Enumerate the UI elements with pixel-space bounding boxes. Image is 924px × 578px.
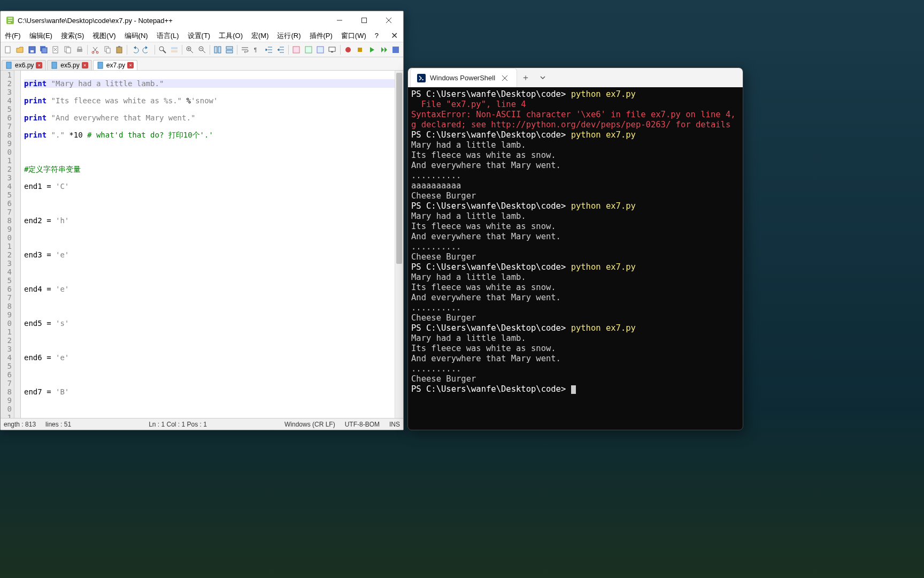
status-lines: lines : 51 [45, 421, 71, 428]
svg-rect-26 [171, 50, 178, 52]
menu-run[interactable]: 运行(R) [273, 30, 305, 42]
menu-macro[interactable]: 宏(M) [247, 30, 273, 42]
status-encoding: UTF-8-BOM [345, 421, 380, 428]
menu-language[interactable]: 语言(L) [152, 30, 183, 42]
svg-line-24 [163, 50, 166, 53]
svg-rect-36 [226, 47, 233, 49]
menu-encoding[interactable]: 编码(N) [120, 30, 152, 42]
maximize-button[interactable] [352, 12, 376, 29]
toolbar-paste-icon[interactable] [114, 44, 125, 56]
svg-rect-49 [98, 62, 103, 69]
toolbar-savesess-icon[interactable] [390, 44, 401, 56]
toolbar-monitor-icon[interactable] [327, 44, 337, 56]
status-pos: Ln : 1 Col : 1 Pos : 1 [149, 421, 207, 428]
status-eol: Windows (CR LF) [284, 421, 335, 428]
toolbar-redo-icon[interactable] [141, 44, 152, 56]
menu-file[interactable]: 件(F) [1, 30, 25, 42]
tab-label: ex5.py [60, 62, 79, 69]
notepadpp-icon [6, 16, 14, 25]
menu-settings[interactable]: 设置(T) [183, 30, 215, 42]
toolbar-play-icon[interactable] [366, 44, 377, 56]
svg-rect-5 [5, 47, 10, 53]
svg-rect-21 [117, 47, 122, 53]
npp-menubar: 件(F) 编辑(E) 搜索(S) 视图(V) 编码(N) 语言(L) 设置(T)… [1, 29, 403, 42]
svg-rect-2 [362, 18, 367, 23]
npp-editor[interactable]: 1234567890123456789012345678901234567890… [1, 70, 403, 418]
toolbar-closeall-icon[interactable] [63, 44, 73, 56]
tab-close-icon[interactable]: × [36, 62, 42, 69]
svg-line-33 [203, 50, 205, 53]
toolbar-allchars-icon[interactable]: ¶ [251, 44, 262, 56]
toolbar-folder-icon[interactable] [315, 44, 326, 56]
powershell-icon [417, 74, 426, 82]
minimize-button[interactable] [327, 12, 352, 29]
tab-close-icon[interactable]: × [82, 62, 88, 69]
toolbar-copy-icon[interactable] [102, 44, 112, 56]
svg-rect-37 [226, 50, 233, 53]
toolbar-print-icon[interactable] [74, 44, 85, 56]
ps-titlebar[interactable]: Windows PowerShell ＋ [408, 68, 743, 87]
tab-ex7[interactable]: ex7.py × [93, 60, 137, 70]
close-button[interactable] [376, 12, 401, 29]
menu-help[interactable]: ? [371, 31, 383, 41]
svg-rect-39 [293, 47, 299, 53]
toolbar-find-icon[interactable] [157, 44, 168, 56]
svg-rect-25 [171, 47, 178, 49]
terminal-cursor [571, 385, 576, 394]
toolbar-cut-icon[interactable] [90, 44, 101, 56]
fold-column[interactable] [14, 71, 21, 418]
menu-plugins[interactable]: 插件(P) [305, 30, 337, 42]
scrollbar-thumb[interactable] [396, 73, 402, 264]
menu-edit[interactable]: 编辑(E) [25, 30, 57, 42]
npp-titlebar[interactable]: C:\Users\wanfe\Desktop\code\ex7.py - Not… [1, 11, 403, 29]
toolbar-closefile-icon[interactable] [50, 44, 61, 56]
file-icon [97, 62, 104, 69]
toolbar-funclist-icon[interactable] [291, 44, 302, 56]
toolbar-stop-icon[interactable] [355, 44, 365, 56]
npp-toolbar: ¶ [1, 42, 403, 57]
tab-close-icon[interactable]: × [127, 62, 134, 69]
toolbar-zoomout-icon[interactable] [196, 44, 207, 56]
toolbar-replace-icon[interactable] [169, 44, 180, 56]
toolbar-outdent-icon[interactable] [275, 44, 286, 56]
toolbar-docmap-icon[interactable] [303, 44, 314, 56]
svg-rect-46 [392, 47, 399, 53]
toolbar-sync-v-icon[interactable] [212, 44, 223, 56]
toolbar-save-icon[interactable] [27, 44, 37, 56]
svg-rect-47 [6, 62, 11, 69]
svg-rect-9 [42, 48, 47, 53]
svg-rect-34 [214, 47, 217, 53]
svg-rect-22 [118, 46, 120, 48]
npp-tabs: ex6.py × ex5.py × ex7.py × [1, 57, 403, 70]
toolbar-record-icon[interactable] [343, 44, 353, 56]
toolbar-indent-icon[interactable] [264, 44, 274, 56]
ps-tab[interactable]: Windows PowerShell [410, 68, 517, 87]
svg-point-23 [159, 47, 164, 51]
menu-close-icon[interactable]: ✕ [386, 31, 403, 41]
ps-tab-close-icon[interactable] [499, 73, 510, 83]
ps-dropdown-icon[interactable] [534, 68, 551, 87]
code-area[interactable]: print "Mary had a little lamb." print "I… [21, 71, 395, 418]
toolbar-sync-h-icon[interactable] [224, 44, 235, 56]
ps-new-tab-button[interactable]: ＋ [517, 68, 534, 87]
toolbar-playmulti-icon[interactable] [378, 44, 389, 56]
menu-search[interactable]: 搜索(S) [57, 30, 88, 42]
vertical-scrollbar[interactable] [395, 71, 403, 418]
toolbar-open-icon[interactable] [14, 44, 25, 56]
toolbar-zoomin-icon[interactable] [184, 44, 195, 56]
npp-title-text: C:\Users\wanfe\Desktop\code\ex7.py - Not… [18, 17, 173, 25]
toolbar-wrap-icon[interactable] [240, 44, 250, 56]
toolbar-new-icon[interactable] [3, 44, 13, 56]
menu-view[interactable]: 视图(V) [88, 30, 120, 42]
status-length: ength : 813 [4, 421, 36, 428]
svg-rect-41 [317, 47, 324, 53]
svg-rect-7 [30, 50, 34, 52]
toolbar-undo-icon[interactable] [129, 44, 140, 56]
tab-ex6[interactable]: ex6.py × [2, 60, 46, 70]
toolbar-saveall-icon[interactable] [38, 44, 49, 56]
menu-tools[interactable]: 工具(O) [214, 30, 247, 42]
svg-rect-16 [78, 47, 81, 49]
tab-ex5[interactable]: ex5.py × [47, 60, 91, 70]
ps-terminal-body[interactable]: PS C:\Users\wanfe\Desktop\code> python e… [408, 87, 743, 430]
menu-window[interactable]: 窗口(W) [337, 30, 371, 42]
